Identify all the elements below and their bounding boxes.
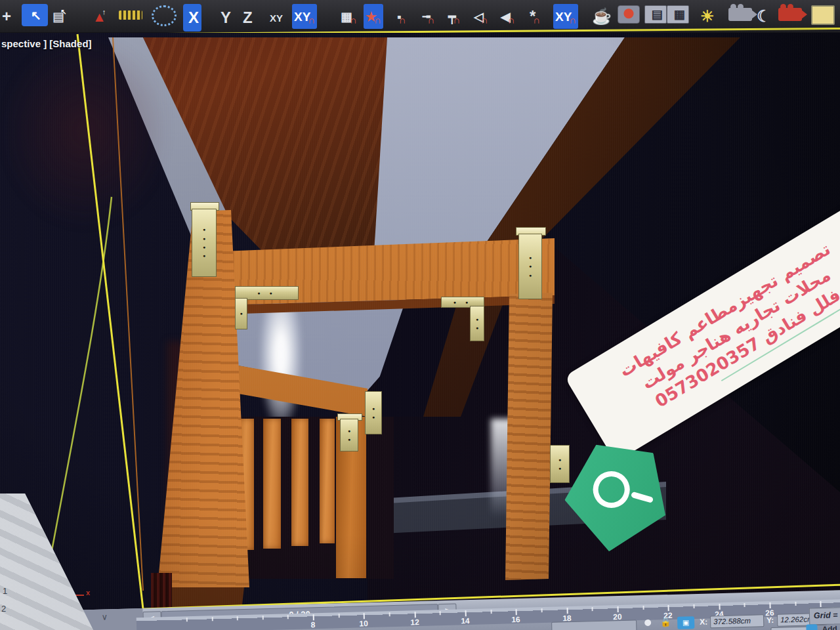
scene-fence-slat [291,419,308,546]
magnet-icon: ∩ [308,15,315,25]
ruler-minor-tick [592,607,593,611]
ruler-tick [465,610,467,616]
ruler-tick [415,612,416,618]
ruler-tick [364,613,365,619]
add-time-tag-icon[interactable] [806,624,817,630]
selection-lock-icon[interactable]: 🔒 [660,617,671,627]
ruler-tick [769,602,770,608]
scene-metal-bracket: ● ● ● ● [192,209,217,277]
bracket-screws: ● ● [348,427,350,444]
x-coord-label: X: [700,618,707,627]
gantry-icon[interactable]: ▲ ↑ [91,4,109,29]
ruler-minor-tick [262,616,264,620]
chevron-down-icon[interactable]: ∨ [101,612,108,621]
ruler-icon[interactable] [119,10,142,20]
environment-icon[interactable]: ☾ [755,4,770,29]
left-row-number-1: 1 [3,586,7,596]
snap-pivot-icon[interactable]: ★ ∩ [364,4,383,29]
max-screenshot: { "toolbar": { "icons": [ {"name":"move-… [0,0,840,630]
bracket-screws: ● ● [558,455,561,473]
prompt-field[interactable] [551,620,637,630]
select-layers-icon[interactable]: ▤ ↖ [51,4,70,29]
snap-grid-icon[interactable]: ▦ ∩ [339,4,359,29]
ruler-minor-tick [287,615,289,619]
scene-fence-slat [320,419,335,543]
render-teapot-icon[interactable]: ☕ [590,4,611,29]
scene-foot-wood-piece [151,573,172,610]
render-production-icon[interactable] [778,8,802,21]
ruler-minor-tick [541,608,543,612]
select-object-icon[interactable]: ↖ [22,4,48,26]
bracket-screws: ● ● ● ● [203,225,205,260]
ruler-minor-tick [389,612,390,616]
snap-spline-icon[interactable]: * ∩ [528,4,542,29]
magnet-icon: ∩ [481,15,488,25]
video-camera-icon[interactable] [728,8,752,21]
ruler-tick [618,606,619,612]
snap-xy-25d-icon[interactable]: XY ∩ [553,4,578,29]
snap-xy-2d-icon[interactable]: XY ∩ [292,4,317,29]
scene-metal-bracket: ● ● ● [518,234,542,299]
selection-dots-icon[interactable] [152,5,177,26]
magnet-icon: ∩ [533,15,540,25]
viewport-label[interactable]: spective ] [Shaded] [1,38,92,49]
axis-tripod-origin [56,592,60,596]
main-toolbar: + ↖ ▤ ↖ ▲ ↑ X Y [0,0,840,32]
magnet-icon: ∩ [569,15,576,25]
ruler-minor-tick [237,616,238,620]
ruler-tick [313,614,314,620]
magnet-icon: ∩ [453,15,460,25]
light-lister-icon[interactable]: ☀ [698,4,714,29]
axis-tripod-x [60,595,84,596]
scene-fence-slat [263,419,281,549]
ruler-minor-tick [642,606,644,610]
scene-light-glow [260,294,302,429]
ruler-tick [516,609,517,615]
bracket-screws: ● ● [476,315,478,333]
snap-face-filled-icon[interactable]: ◀ ∩ [499,4,516,29]
status-dot-icon[interactable] [644,620,651,626]
scene-metal-bracket: ● [235,298,247,329]
axis-x-button[interactable]: X [183,4,201,32]
grid-size-readout: Grid = 10. [809,606,840,625]
snap-vertex-icon[interactable]: ▪ ∩ [395,4,408,29]
color-swatch-icon[interactable] [811,5,835,25]
magnifier-icon [587,466,635,514]
ruler-minor-tick [795,602,796,606]
x-coord-field[interactable]: 372.588cm [710,614,764,628]
ruler-minor-tick [186,618,188,621]
ruler-minor-tick [744,603,745,607]
ruler-tick [667,605,669,611]
magnet-icon: ∩ [427,15,434,25]
ruler-minor-tick [491,610,492,614]
magnifier-handle [631,492,654,503]
ruler-tick [719,604,720,610]
snap-face-icon[interactable]: ◁ ∩ [472,4,490,29]
ruler-minor-tick [440,611,441,615]
absolute-mode-icon[interactable]: ▣ [677,616,694,629]
y-coord-label: Y: [766,616,774,625]
move-plus-icon[interactable]: + [0,4,10,29]
magnet-icon: ∩ [399,15,406,25]
axis-xy-button[interactable]: XY [264,4,285,32]
magnet-icon: ∩ [350,15,357,25]
axis-y-button[interactable]: Y [215,4,234,32]
add-time-tag[interactable]: Add Time T [822,624,840,630]
scene-green-spline [41,197,112,610]
axis-z-label: z [54,562,58,570]
snap-endpoint-icon[interactable]: ╼ ∩ [421,4,436,29]
ruler-tick [567,608,568,614]
material-editor-icon[interactable] [618,5,640,24]
snap-midpoint-icon[interactable]: ┯ ∩ [446,4,462,29]
scene-metal-bracket: ● ● [470,306,484,341]
bracket-screws: ● ● [372,404,375,422]
bracket-screws: ● [240,309,242,318]
scene-metal-bracket: ● ● [550,445,570,483]
axis-z-button[interactable]: Z [238,4,255,32]
axis-tripod-z [59,572,60,595]
magnet-icon: ∩ [508,15,515,25]
curve-editor-icon[interactable]: ▦ [667,5,689,24]
render-setup-icon[interactable]: ▤ [644,5,667,24]
bottom-corner-panel [0,608,144,630]
ruler-minor-tick [339,614,340,618]
